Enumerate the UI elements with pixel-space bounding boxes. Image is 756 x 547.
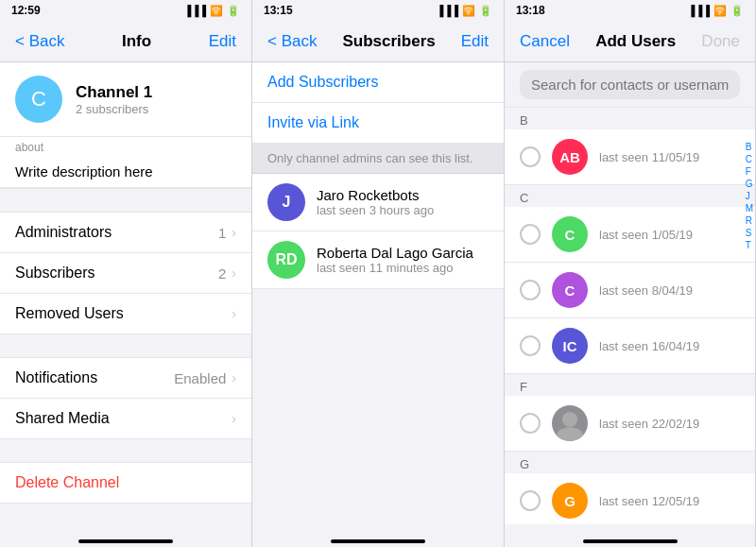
invite-link-btn[interactable]: Invite via Link <box>252 103 504 144</box>
contact-item[interactable]: IC last seen 16/04/19 <box>505 318 755 374</box>
contact-radio[interactable] <box>520 335 541 356</box>
subscriber-info: Roberta Dal Lago Garcia last seen 11 min… <box>317 245 473 275</box>
contact-seen: last seen 8/04/19 <box>599 283 693 298</box>
subscriber-seen: last seen 11 minutes ago <box>317 261 473 275</box>
search-bar <box>505 62 755 108</box>
index-letter[interactable]: R <box>746 215 753 227</box>
contact-avatar: C <box>552 272 588 308</box>
index-letter[interactable]: M <box>746 203 753 214</box>
shared-media-item[interactable]: Shared Media › <box>0 399 251 438</box>
notice-text: Only channel admins can see this list. <box>267 151 473 165</box>
contact-radio[interactable] <box>520 280 541 300</box>
index-letter[interactable]: S <box>746 228 753 239</box>
svg-point-0 <box>562 412 577 427</box>
nav-bar-1: < Back Info Edit <box>0 21 251 62</box>
status-bar-3: 13:18 ▐▐▐ 🛜 🔋 <box>505 0 755 21</box>
search-input[interactable] <box>520 70 740 99</box>
administrators-count: 1 <box>218 225 226 241</box>
subscriber-avatar: J <box>267 183 305 221</box>
section-letter: G <box>505 452 755 473</box>
shared-media-right: › <box>232 411 236 426</box>
chevron-icon-notif: › <box>232 370 236 385</box>
notifications-right: Enabled › <box>174 370 236 386</box>
panel-info: 12:59 ▐▐▐ 🛜 🔋 < Back Info Edit C Channel… <box>0 0 252 547</box>
signal-icon: ▐▐▐ <box>184 5 206 16</box>
nav-title-1: Info <box>122 32 151 51</box>
nav-title-3: Add Users <box>595 32 676 51</box>
contact-seen: last seen 11/05/19 <box>599 150 699 164</box>
svg-point-1 <box>557 427 583 441</box>
contact-radio[interactable] <box>520 146 541 167</box>
back-button-2[interactable]: < Back <box>267 32 317 51</box>
contact-item[interactable]: C last seen 8/04/19 <box>505 263 755 318</box>
removed-users-right: › <box>232 306 236 321</box>
channel-info: Channel 1 2 subscribers <box>76 83 152 116</box>
removed-users-label: Removed Users <box>15 305 124 322</box>
channel-name: Channel 1 <box>76 83 152 102</box>
edit-button-1[interactable]: Edit <box>209 32 236 51</box>
subscribers-item[interactable]: Subscribers 2 › <box>0 253 251 294</box>
contacts-list: B AB last seen 11/05/19 C C last seen 1/… <box>505 108 755 524</box>
status-bar-1: 12:59 ▐▐▐ 🛜 🔋 <box>0 0 251 21</box>
contact-radio[interactable] <box>520 224 541 245</box>
subscriber-list: J Jaro Rocketbots last seen 3 hours ago … <box>252 174 504 289</box>
status-time-3: 13:18 <box>516 4 545 17</box>
status-icons-3: ▐▐▐ 🛜 🔋 <box>688 5 744 17</box>
about-label: about <box>0 137 251 156</box>
contact-avatar: AB <box>552 139 588 175</box>
contact-item[interactable]: C last seen 1/05/19 <box>505 207 755 263</box>
invite-link-label: Invite via Link <box>267 114 359 130</box>
wifi-icon: 🛜 <box>210 5 223 17</box>
index-letter[interactable]: C <box>746 154 753 165</box>
index-letter[interactable]: B <box>746 142 753 153</box>
contact-avatar: IC <box>552 328 588 364</box>
index-letter[interactable]: T <box>746 240 753 251</box>
home-bar-2 <box>331 539 425 543</box>
wifi-icon-3: 🛜 <box>713 5 727 17</box>
contact-avatar: G <box>552 483 588 519</box>
index-letter[interactable]: G <box>746 179 753 190</box>
index-letter[interactable]: F <box>746 166 753 178</box>
contact-radio[interactable] <box>520 490 541 511</box>
delete-channel-button[interactable]: Delete Channel <box>0 463 251 503</box>
signal-icon-2: ▐▐▐ <box>437 5 458 16</box>
status-icons-2: ▐▐▐ 🛜 🔋 <box>437 5 492 17</box>
add-subscribers-btn[interactable]: Add Subscribers <box>252 62 504 103</box>
edit-button-2[interactable]: Edit <box>461 32 489 51</box>
add-subscribers-label: Add Subscribers <box>267 74 378 90</box>
section-letter: F <box>505 374 755 396</box>
notifications-item[interactable]: Notifications Enabled › <box>0 358 251 399</box>
subscriber-avatar: RD <box>267 241 305 279</box>
removed-users-item[interactable]: Removed Users › <box>0 294 251 333</box>
delete-section: Delete Channel <box>0 462 251 504</box>
nav-bar-3: Cancel Add Users Done <box>505 21 755 62</box>
contact-seen: last seen 16/04/19 <box>599 339 699 353</box>
cancel-button[interactable]: Cancel <box>520 32 570 51</box>
notifications-section: Notifications Enabled › Shared Media › <box>0 357 251 439</box>
signal-icon-3: ▐▐▐ <box>688 5 710 16</box>
subscriber-item[interactable]: RD Roberta Dal Lago Garcia last seen 11 … <box>252 231 504 289</box>
contact-item[interactable]: G last seen 12/05/19 <box>505 473 755 524</box>
subscribers-count: 2 <box>218 265 226 282</box>
done-button[interactable]: Done <box>701 32 740 51</box>
subscriber-name: Roberta Dal Lago Garcia <box>317 245 473 261</box>
panel-subscribers: 13:15 ▐▐▐ 🛜 🔋 < Back Subscribers Edit Ad… <box>252 0 505 547</box>
back-button-1[interactable]: < Back <box>15 32 64 51</box>
contact-item[interactable]: last seen 22/02/19 <box>505 396 755 452</box>
index-letter[interactable]: J <box>746 191 753 202</box>
subscriber-item[interactable]: J Jaro Rocketbots last seen 3 hours ago <box>252 174 504 231</box>
home-indicator-2 <box>252 524 504 547</box>
channel-header: C Channel 1 2 subscribers <box>0 62 251 137</box>
contact-radio[interactable] <box>520 413 541 434</box>
contact-seen: last seen 22/02/19 <box>599 417 699 431</box>
administrators-item[interactable]: Administrators 1 › <box>0 213 251 253</box>
admin-list: Administrators 1 › Subscribers 2 › Remov… <box>0 212 251 334</box>
nav-title-2: Subscribers <box>342 32 435 51</box>
shared-media-label: Shared Media <box>15 410 110 427</box>
section-letter: C <box>505 185 755 207</box>
contact-avatar: C <box>552 216 588 252</box>
channel-subscribers: 2 subscribers <box>76 102 152 116</box>
administrators-label: Administrators <box>15 224 112 241</box>
notifications-value: Enabled <box>174 370 226 386</box>
contact-item[interactable]: AB last seen 11/05/19 <box>505 129 755 185</box>
